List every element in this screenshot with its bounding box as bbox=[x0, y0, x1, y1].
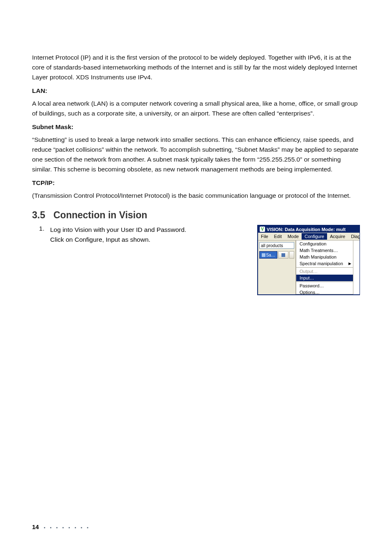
section-heading: 3.5Connection in Vision bbox=[32, 210, 360, 221]
page-number: 14 bbox=[32, 523, 39, 530]
paragraph-tcpip: (Transmission Control Protocol/Internet … bbox=[32, 191, 360, 201]
left-pane: all products Sa… bbox=[258, 240, 296, 294]
app-icon: V bbox=[260, 227, 265, 232]
menu-acquire[interactable]: Acquire bbox=[327, 233, 348, 240]
save-button[interactable]: Sa… bbox=[259, 251, 277, 259]
heading-lan: LAN: bbox=[32, 87, 360, 95]
menu-separator-2 bbox=[296, 282, 353, 282]
section-number: 3.5 bbox=[32, 210, 53, 221]
menu-item-input[interactable]: Input… bbox=[296, 275, 353, 281]
square-icon bbox=[281, 253, 285, 257]
menu-item-math-treatments[interactable]: Math Treatments… bbox=[296, 247, 353, 254]
menu-file[interactable]: File bbox=[258, 233, 271, 240]
window-title: VISION: Data Acquisition Mode: mult bbox=[267, 227, 346, 232]
section-title: Connection in Vision bbox=[53, 210, 147, 220]
configure-dropdown: Configuration Math Treatments… Math Mani… bbox=[296, 240, 353, 294]
submenu-arrow-icon: ▶ bbox=[348, 261, 351, 266]
menu-configure[interactable]: Configure bbox=[302, 233, 327, 240]
step-1-number: 1. bbox=[32, 225, 50, 232]
step-1-line-1: Log into Vision with your User ID and Pa… bbox=[50, 225, 246, 235]
heading-subnet-mask: Subnet Mask: bbox=[32, 123, 360, 131]
page-footer: 14 ▪ ▪ ▪ ▪ ▪ ▪ ▪ ▪ bbox=[32, 523, 90, 530]
heading-tcpip: TCP/IP: bbox=[32, 179, 360, 187]
menu-item-math-manipulation[interactable]: Math Manipulation bbox=[296, 254, 353, 260]
paragraph-lan: A local area network (LAN) is a computer… bbox=[32, 99, 360, 118]
menu-item-configuration[interactable]: Configuration bbox=[296, 240, 353, 247]
menu-item-spectral-manipulation[interactable]: Spectral manipulation ▶ bbox=[296, 260, 353, 267]
menu-diagnostics[interactable]: Diagnos bbox=[348, 233, 360, 240]
titlebar: V VISION: Data Acquisition Mode: mult bbox=[258, 226, 360, 233]
menu-item-options[interactable]: Options… bbox=[296, 289, 353, 295]
menu-item-password[interactable]: Password… bbox=[296, 282, 353, 289]
menubar: File Edit Mode Configure Acquire Diagnos bbox=[258, 233, 360, 240]
footer-dots: ▪ ▪ ▪ ▪ ▪ ▪ ▪ ▪ bbox=[44, 525, 90, 530]
menu-mode[interactable]: Mode bbox=[285, 233, 302, 240]
product-input[interactable]: all products bbox=[259, 242, 294, 249]
save-button-label: Sa… bbox=[266, 253, 275, 257]
floppy-icon bbox=[262, 253, 265, 257]
vision-app-window: V VISION: Data Acquisition Mode: mult Fi… bbox=[257, 225, 360, 295]
step-1-line-2: Click on Configure, Input as shown. bbox=[50, 235, 246, 245]
menu-edit[interactable]: Edit bbox=[271, 233, 285, 240]
paragraph-subnet-mask: “Subnetting” is used to break a large ne… bbox=[32, 135, 360, 174]
menu-item-spectral-label: Spectral manipulation bbox=[300, 261, 343, 266]
menu-separator-1 bbox=[296, 267, 353, 268]
menu-item-output: Output… bbox=[296, 268, 353, 275]
paragraph-ipv4: Internet Protocol (IP) and it is the fir… bbox=[32, 53, 360, 82]
toolbar-button-3[interactable] bbox=[289, 251, 294, 259]
toolbar-button-2[interactable] bbox=[278, 251, 288, 259]
